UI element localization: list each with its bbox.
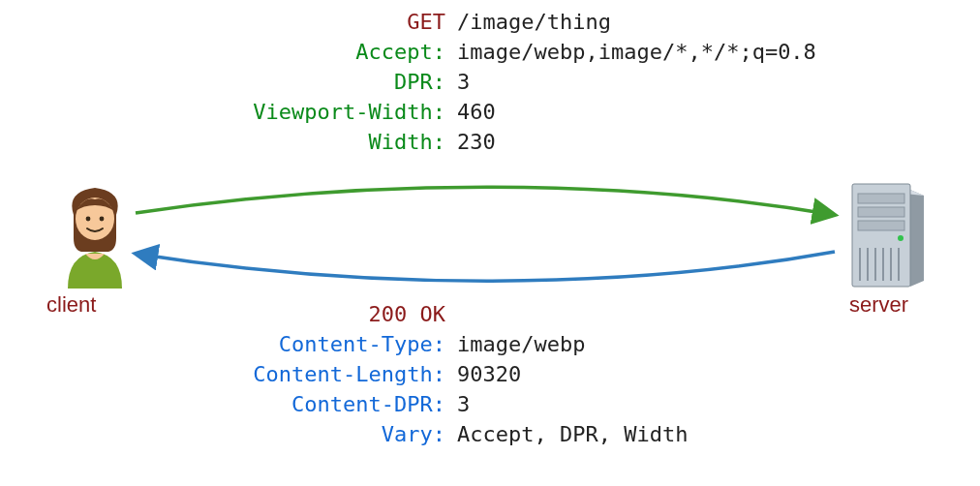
response-header-name: Content-Type:: [279, 332, 445, 356]
svg-point-2: [100, 217, 105, 222]
server-icon: [846, 180, 928, 289]
svg-rect-4: [858, 194, 904, 203]
request-header-value: 460: [457, 100, 496, 124]
request-header-name: Accept:: [355, 40, 445, 64]
response-header-value: image/webp: [457, 332, 585, 356]
response-header-name: Vary:: [382, 422, 445, 446]
svg-rect-5: [858, 207, 904, 217]
request-line-label: GET: [407, 10, 445, 34]
svg-point-1: [86, 217, 91, 222]
svg-point-13: [898, 235, 903, 241]
request-header-name: Width:: [369, 130, 445, 154]
response-header-name: Content-DPR:: [291, 392, 445, 416]
request-arrow: [136, 187, 835, 215]
request-header-name: Viewport-Width:: [253, 100, 445, 124]
client-icon: [58, 182, 132, 289]
client-label: client: [46, 292, 96, 318]
response-header-name: Content-Length:: [253, 362, 445, 386]
request-header-value: 230: [457, 130, 496, 154]
response-arrow: [136, 252, 835, 281]
svg-rect-6: [858, 221, 904, 230]
request-header-value: 3: [457, 70, 470, 94]
http-method: GET: [407, 10, 445, 34]
http-request-block: GET /image/thing Accept: image/webp,imag…: [155, 10, 903, 154]
request-header-value: image/webp,image/*,*/*;q=0.8: [457, 40, 816, 64]
http-response-block: 200 OK Content-Type: image/webp Content-…: [155, 302, 903, 446]
response-header-value: Accept, DPR, Width: [457, 422, 688, 446]
response-header-value: 90320: [457, 362, 521, 386]
request-header-name: DPR:: [394, 70, 445, 94]
response-header-value: 3: [457, 392, 470, 416]
http-status: 200 OK: [369, 302, 445, 326]
request-path: /image/thing: [457, 10, 611, 34]
